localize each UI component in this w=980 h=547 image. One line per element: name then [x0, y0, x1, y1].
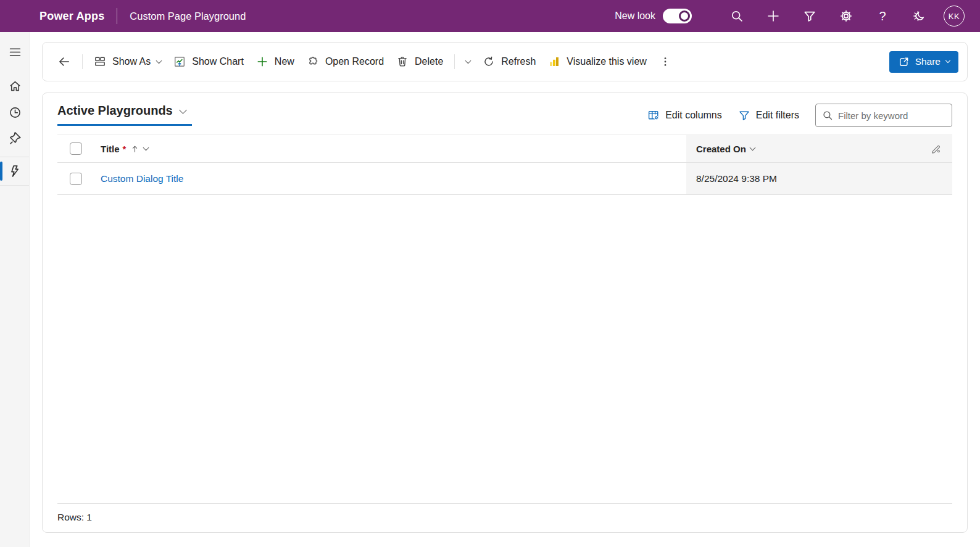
back-button[interactable]: [51, 51, 77, 73]
refresh-label: Refresh: [501, 56, 536, 67]
more-icon: [659, 56, 671, 68]
edit-filters-button[interactable]: Edit filters: [738, 109, 799, 121]
table-row: Custom Dialog Title 8/25/2024 9:38 PM: [57, 163, 952, 195]
sort-ascending-icon: [130, 144, 139, 154]
share-icon: [898, 56, 910, 68]
theme-icon[interactable]: [911, 9, 926, 23]
visualize-view-button[interactable]: Visualize this view: [542, 51, 653, 72]
sidebar-item-recent[interactable]: [0, 99, 30, 126]
delete-label: Delete: [415, 56, 443, 67]
search-icon[interactable]: [729, 9, 744, 23]
add-icon[interactable]: [766, 9, 781, 23]
filter-keyword-box: [815, 104, 952, 127]
share-label: Share: [915, 56, 941, 67]
avatar[interactable]: KK: [944, 6, 965, 27]
view-panel: Active Playgrounds Edit columns Edit fil…: [42, 93, 968, 533]
toggle-knob: [679, 10, 690, 22]
app-title: Custom Page Playground: [130, 10, 246, 22]
visualize-icon: [548, 56, 560, 68]
view-selector[interactable]: Active Playgrounds: [57, 102, 192, 126]
command-bar: Show As Show Chart New Open Record Delet…: [42, 42, 968, 81]
open-record-label: Open Record: [325, 56, 384, 67]
filter-keyword-input[interactable]: [838, 110, 945, 121]
show-chart-label: Show Chart: [192, 56, 244, 67]
power-apps-window: Power Apps Custom Page Playground New lo…: [0, 0, 980, 547]
edit-column-icon[interactable]: [931, 143, 942, 155]
sidebar-selected-group: [0, 157, 29, 186]
question-mark: ?: [879, 9, 886, 23]
refresh-icon: [483, 56, 495, 68]
view-title: Active Playgrounds: [57, 104, 173, 118]
record-link[interactable]: Custom Dialog Title: [101, 173, 183, 184]
created-on-value: 8/25/2024 9:38 PM: [696, 173, 777, 184]
grid-empty-space: [43, 195, 967, 503]
new-look-label: New look: [615, 10, 655, 22]
title-column-label: Title: [101, 144, 120, 154]
chevron-down-icon: [143, 144, 149, 150]
edit-columns-label: Edit columns: [665, 110, 722, 121]
records-grid: Title * Created On: [57, 134, 952, 195]
overflow-chevron-button[interactable]: [460, 57, 476, 67]
open-record-button[interactable]: Open Record: [301, 51, 390, 72]
chevron-down-icon: [749, 144, 755, 150]
sidebar-item-pinned[interactable]: [0, 126, 30, 152]
row-checkbox[interactable]: [70, 173, 82, 185]
new-label: New: [275, 56, 294, 67]
title-column-header[interactable]: Title *: [88, 135, 686, 162]
chevron-down-icon: [179, 106, 187, 114]
app-header: Power Apps Custom Page Playground New lo…: [0, 0, 980, 32]
chevron-down-icon: [945, 58, 950, 63]
edit-filters-label: Edit filters: [756, 110, 799, 121]
selected-indicator: [0, 162, 2, 181]
show-as-icon: [94, 56, 106, 68]
open-record-icon: [307, 56, 319, 68]
delete-icon: [396, 56, 409, 68]
chevron-down-icon: [156, 57, 162, 64]
command-divider: [454, 54, 455, 69]
new-look-toggle[interactable]: [663, 9, 692, 23]
keyword-search-icon: [822, 110, 833, 121]
view-tools: Edit columns Edit filters: [647, 102, 952, 127]
row-created-on-cell: 8/25/2024 9:38 PM: [686, 163, 952, 194]
sidebar-item-playgrounds[interactable]: [0, 158, 30, 184]
new-look-control: New look: [615, 9, 692, 23]
share-button[interactable]: Share: [889, 51, 958, 73]
edit-filters-icon: [738, 109, 750, 121]
more-commands-button[interactable]: [653, 51, 678, 72]
main-content: Show As Show Chart New Open Record Delet…: [30, 32, 980, 547]
row-title-cell: Custom Dialog Title: [88, 163, 686, 194]
refresh-button[interactable]: Refresh: [476, 51, 542, 72]
chevron-down-icon: [465, 57, 471, 64]
brand[interactable]: Power Apps: [39, 10, 104, 23]
edit-columns-icon: [647, 109, 660, 121]
row-select-cell: [57, 163, 88, 194]
rows-count: Rows: 1: [57, 512, 92, 522]
grid-header-row: Title * Created On: [57, 134, 952, 163]
visualize-view-label: Visualize this view: [567, 56, 647, 67]
show-chart-icon: [173, 56, 186, 68]
required-marker: *: [123, 144, 127, 154]
edit-columns-button[interactable]: Edit columns: [647, 109, 722, 121]
command-divider: [82, 54, 83, 69]
created-on-column-label: Created On: [696, 144, 746, 154]
select-all-cell: [57, 135, 88, 162]
delete-button[interactable]: Delete: [390, 51, 449, 72]
created-on-column-header[interactable]: Created On: [686, 135, 952, 162]
filter-icon[interactable]: [802, 9, 817, 23]
avatar-initials: KK: [949, 12, 960, 21]
sidebar-item-home[interactable]: [0, 73, 30, 99]
show-chart-button[interactable]: Show Chart: [167, 51, 250, 72]
settings-icon[interactable]: [839, 9, 853, 23]
new-icon: [256, 56, 268, 68]
site-navigation: [0, 32, 30, 547]
header-divider: [117, 8, 117, 24]
view-header: Active Playgrounds Edit columns Edit fil…: [43, 93, 967, 127]
help-icon[interactable]: ?: [875, 9, 890, 23]
show-as-button[interactable]: Show As: [88, 51, 167, 72]
show-as-label: Show As: [112, 56, 151, 67]
select-all-checkbox[interactable]: [70, 142, 82, 155]
menu-icon[interactable]: [0, 39, 30, 64]
grid-footer: Rows: 1: [57, 503, 952, 532]
new-button[interactable]: New: [250, 51, 301, 72]
